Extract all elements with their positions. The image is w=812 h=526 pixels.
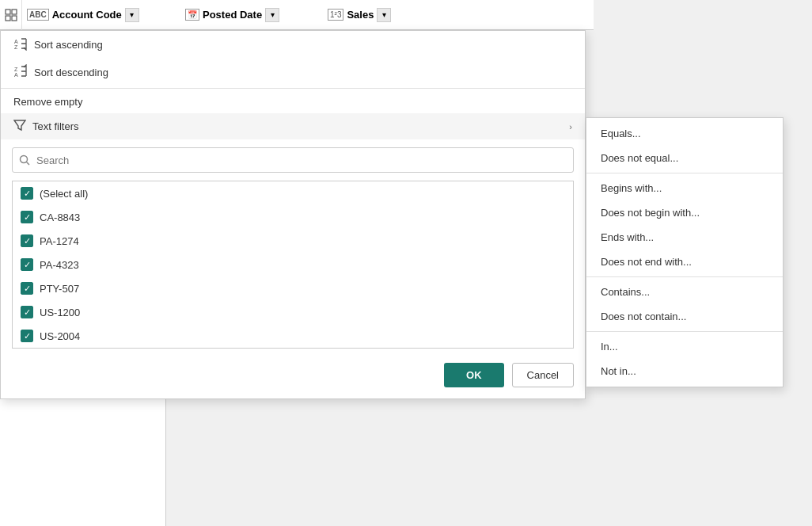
checkbox-select-all[interactable] xyxy=(21,187,33,200)
checklist-label-us1200: US-1200 xyxy=(40,307,80,318)
text-filters-left: Text filters xyxy=(13,119,79,134)
menu-divider-1 xyxy=(1,88,585,89)
filter-funnel-icon xyxy=(13,119,26,134)
search-wrap xyxy=(1,139,585,177)
text-filters-item[interactable]: Text filters › xyxy=(1,113,585,139)
submenu-contains[interactable]: Contains... xyxy=(586,280,783,304)
checkbox-us1200[interactable] xyxy=(21,306,33,318)
submenu-does-not-begin-with[interactable]: Does not begin with... xyxy=(586,200,783,225)
abc-type-icon: ABC xyxy=(27,9,49,21)
sort-ascending-label: Sort ascending xyxy=(34,39,103,51)
sort-descending-label: Sort descending xyxy=(34,67,108,78)
posted-date-label: Posted Date xyxy=(203,9,262,21)
remove-empty-label: Remove empty xyxy=(13,96,82,108)
grid-cell xyxy=(0,0,22,30)
checkbox-pa4323[interactable] xyxy=(21,258,33,271)
checklist-label-pa4323: PA-4323 xyxy=(40,259,79,271)
account-code-label: Account Code xyxy=(52,9,122,21)
checklist-label-select-all: (Select all) xyxy=(40,188,88,200)
checkbox-us2004[interactable] xyxy=(21,330,33,342)
svg-marker-18 xyxy=(14,120,25,130)
full-header-bar: ABC Account Code ▾ 📅 Posted Date ▾ 1²3 S… xyxy=(0,0,594,30)
submenu-does-not-end-with[interactable]: Does not end with... xyxy=(586,250,783,274)
svg-text:Z: Z xyxy=(14,44,18,50)
sales-col-header: 1²3 Sales ▾ xyxy=(323,8,418,22)
checklist-label-us2004: US-2004 xyxy=(40,330,80,342)
checklist-label-pa1274: PA-1274 xyxy=(40,235,79,247)
checklist-label-pty507: PTY-507 xyxy=(40,283,79,295)
sort-descending-item[interactable]: Z A Sort descending xyxy=(1,59,585,86)
submenu-divider-1 xyxy=(586,173,783,173)
account-code-dropdown-btn[interactable]: ▾ xyxy=(125,8,139,22)
checklist-item-pty507[interactable]: PTY-507 xyxy=(13,276,573,300)
ok-button[interactable]: OK xyxy=(444,363,504,387)
posted-date-dropdown-btn[interactable]: ▾ xyxy=(265,8,279,22)
svg-rect-7 xyxy=(12,16,17,21)
text-filters-submenu: Equals... Does not equal... Begins with.… xyxy=(586,117,784,387)
submenu-begins-with[interactable]: Begins with... xyxy=(586,176,783,200)
ok-cancel-row: OK Cancel xyxy=(1,356,585,398)
checklist-item-us1200[interactable]: US-1200 xyxy=(13,300,573,324)
submenu-not-in[interactable]: Not in... xyxy=(586,359,783,383)
cal-type-icon: 📅 xyxy=(185,9,199,21)
search-input[interactable] xyxy=(12,147,574,173)
submenu-in[interactable]: In... xyxy=(586,334,783,359)
submenu-divider-3 xyxy=(586,331,783,332)
sort-ascending-item[interactable]: A Z Sort ascending xyxy=(1,31,585,59)
svg-text:A: A xyxy=(14,39,18,44)
sort-za-icon: Z A xyxy=(13,64,28,81)
cancel-button[interactable]: Cancel xyxy=(512,363,574,387)
checkbox-ca8843[interactable] xyxy=(21,211,33,223)
checklist-item-ca8843[interactable]: CA-8843 xyxy=(13,205,573,229)
remove-empty-item[interactable]: Remove empty xyxy=(1,90,585,113)
sales-label: Sales xyxy=(347,9,374,21)
sales-dropdown-btn[interactable]: ▾ xyxy=(377,8,391,22)
account-code-col-header: ABC Account Code ▾ xyxy=(22,8,180,22)
checklist-item-us2004[interactable]: US-2004 xyxy=(13,324,573,348)
svg-rect-6 xyxy=(6,16,10,21)
chevron-right-icon: › xyxy=(569,122,572,132)
filter-dropdown: A Z Sort ascending Z A Sort descending xyxy=(0,30,586,399)
num-type-icon: 1²3 xyxy=(328,9,343,21)
svg-rect-5 xyxy=(12,10,17,14)
submenu-does-not-equal[interactable]: Does not equal... xyxy=(586,146,783,170)
checklist-item-pa4323[interactable]: PA-4323 xyxy=(13,253,573,276)
checkbox-pa1274[interactable] xyxy=(21,234,33,247)
filter-checklist: (Select all) CA-8843 PA-1274 PA-4323 PTY… xyxy=(12,181,574,349)
svg-text:Z: Z xyxy=(14,67,18,72)
posted-date-col-header: 📅 Posted Date ▾ xyxy=(180,8,323,22)
svg-text:A: A xyxy=(14,72,18,78)
submenu-does-not-contain[interactable]: Does not contain... xyxy=(586,304,783,329)
checklist-label-ca8843: CA-8843 xyxy=(40,212,80,223)
checkbox-pty507[interactable] xyxy=(21,282,33,295)
checklist-item-select-all[interactable]: (Select all) xyxy=(13,181,573,205)
svg-rect-4 xyxy=(6,10,10,14)
submenu-equals[interactable]: Equals... xyxy=(586,121,783,146)
sort-az-icon: A Z xyxy=(13,36,28,53)
checklist-item-pa1274[interactable]: PA-1274 xyxy=(13,229,573,253)
submenu-ends-with[interactable]: Ends with... xyxy=(586,225,783,250)
submenu-divider-2 xyxy=(586,276,783,277)
text-filters-label: Text filters xyxy=(32,120,79,132)
